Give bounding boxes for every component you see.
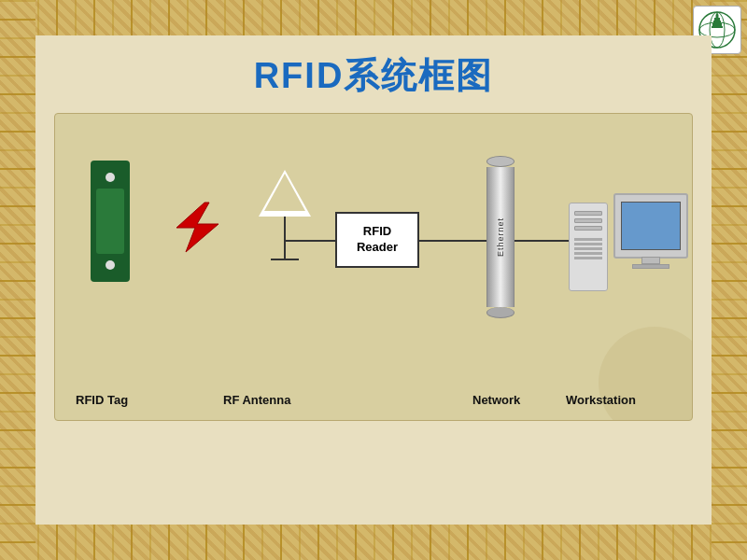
workstation-label: Workstation bbox=[566, 393, 636, 407]
rf-antenna-label: RF Antenna bbox=[223, 393, 290, 407]
tower-drive-2 bbox=[574, 218, 602, 223]
tower-drive-3 bbox=[574, 226, 602, 231]
tower-slot-4 bbox=[574, 252, 602, 255]
tower-drive-1 bbox=[574, 211, 602, 216]
lightning-bolt bbox=[148, 198, 242, 258]
rfid-tag-dot-bottom bbox=[106, 260, 115, 270]
ethernet-label: Ethernet bbox=[496, 217, 505, 257]
monitor-base bbox=[632, 264, 669, 269]
tower-slots bbox=[574, 238, 602, 259]
svg-rect-6 bbox=[712, 26, 723, 28]
diagram-area: RFID Reader Ethernet bbox=[54, 113, 693, 421]
tower-slot-3 bbox=[574, 247, 602, 250]
rfid-reader-component: RFID Reader bbox=[335, 212, 419, 268]
border-left-decoration bbox=[0, 0, 35, 560]
tower-drives bbox=[574, 211, 602, 231]
cylinder-top bbox=[486, 156, 514, 167]
rf-antenna-component bbox=[259, 170, 311, 260]
rfid-reader-label: RFID Reader bbox=[357, 224, 398, 256]
connect-line-network-workstation bbox=[514, 240, 569, 242]
network-cylinder: Ethernet bbox=[486, 156, 514, 318]
tower-slot-5 bbox=[574, 257, 602, 259]
tower-slot-2 bbox=[574, 243, 602, 245]
antenna-triangle bbox=[259, 170, 311, 217]
border-bottom-decoration bbox=[0, 525, 747, 560]
monitor-screen bbox=[621, 202, 681, 250]
rfid-tag-inner bbox=[96, 189, 124, 254]
svg-rect-7 bbox=[716, 15, 719, 19]
connect-line-reader-network bbox=[419, 240, 486, 242]
antenna-base bbox=[271, 259, 299, 260]
rfid-tag-label: RFID Tag bbox=[76, 393, 128, 407]
monitor bbox=[613, 193, 688, 259]
tower-slot-1 bbox=[574, 238, 602, 241]
rfid-tag-component bbox=[91, 161, 130, 282]
border-right-decoration bbox=[712, 0, 747, 560]
svg-rect-5 bbox=[712, 23, 722, 26]
main-content: RFID系统框图 RFID Reader bbox=[35, 35, 712, 525]
page-title: RFID系统框图 bbox=[35, 35, 712, 113]
border-top-decoration bbox=[0, 0, 747, 35]
antenna-line bbox=[284, 217, 286, 259]
rfid-tag-dot-top bbox=[106, 173, 115, 182]
network-label: Network bbox=[472, 393, 520, 407]
svg-marker-9 bbox=[176, 203, 218, 252]
cylinder-bottom bbox=[486, 307, 514, 318]
connect-line-antenna-reader bbox=[286, 240, 335, 242]
computer-tower bbox=[569, 203, 608, 291]
svg-rect-4 bbox=[713, 21, 721, 23]
cylinder-body: Ethernet bbox=[486, 167, 514, 307]
monitor-stand bbox=[641, 257, 660, 264]
